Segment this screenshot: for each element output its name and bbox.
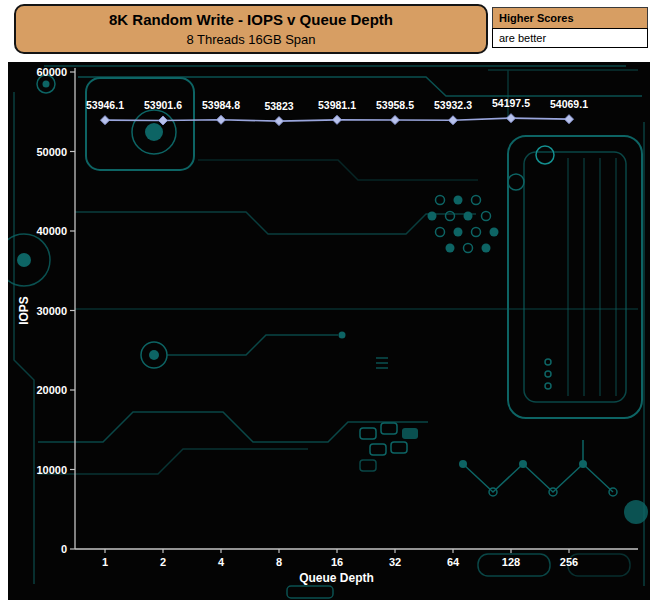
x-tick-label: 32 [389, 556, 401, 568]
chart-panel: 0100002000030000400005000060000124816326… [8, 62, 650, 600]
data-point-marker [217, 115, 226, 124]
data-point-label: 54069.1 [550, 98, 588, 110]
x-tick-label: 256 [560, 556, 578, 568]
x-tick-label: 64 [447, 556, 460, 568]
x-axis-title: Queue Depth [299, 571, 374, 585]
y-tick-label: 60000 [36, 66, 67, 78]
data-point-marker [275, 117, 284, 126]
legend: Higher Scores are better [492, 7, 648, 48]
y-tick-label: 0 [61, 543, 67, 555]
axes-layer: 0100002000030000400005000060000124816326… [17, 66, 638, 585]
data-point-label: 54197.5 [492, 97, 530, 109]
x-tick-label: 1 [102, 556, 108, 568]
data-point-label: 53823 [264, 100, 293, 112]
legend-are-better-label: are better [492, 28, 648, 48]
x-tick-label: 16 [331, 556, 343, 568]
y-tick-label: 40000 [36, 225, 67, 237]
y-tick-label: 50000 [36, 146, 67, 158]
x-tick-label: 4 [218, 556, 225, 568]
data-point-label: 53901.6 [144, 99, 182, 111]
y-tick-label: 30000 [36, 305, 67, 317]
data-point-label: 53981.1 [318, 99, 356, 111]
y-tick-label: 20000 [36, 384, 67, 396]
data-point-label: 53946.1 [86, 99, 124, 111]
circuit-pattern-decoration [8, 66, 648, 598]
data-point-marker [101, 116, 110, 125]
data-point-marker [333, 115, 342, 124]
x-tick-label: 2 [160, 556, 166, 568]
series-layer: 53946.153901.653984.85382353981.153958.5… [86, 97, 588, 125]
data-point-marker [565, 115, 574, 124]
data-point-marker [391, 116, 400, 125]
iops-line-chart: 0100002000030000400005000060000124816326… [8, 62, 650, 600]
data-point-label: 53984.8 [202, 99, 240, 111]
data-point-label: 53958.5 [376, 99, 414, 111]
legend-higher-scores-label: Higher Scores [492, 7, 648, 28]
data-point-label: 53932.3 [434, 99, 472, 111]
data-point-marker [159, 116, 168, 125]
chart-title-banner: 8K Random Write - IOPS v Queue Depth 8 T… [14, 4, 488, 54]
y-tick-label: 10000 [36, 464, 67, 476]
y-axis-title: IOPS [17, 296, 31, 325]
chart-title: 8K Random Write - IOPS v Queue Depth [109, 11, 393, 29]
data-point-marker [449, 116, 458, 125]
x-tick-label: 8 [276, 556, 282, 568]
chart-subtitle: 8 Threads 16GB Span [186, 32, 315, 47]
page: 8K Random Write - IOPS v Queue Depth 8 T… [0, 0, 650, 600]
x-tick-label: 128 [502, 556, 520, 568]
